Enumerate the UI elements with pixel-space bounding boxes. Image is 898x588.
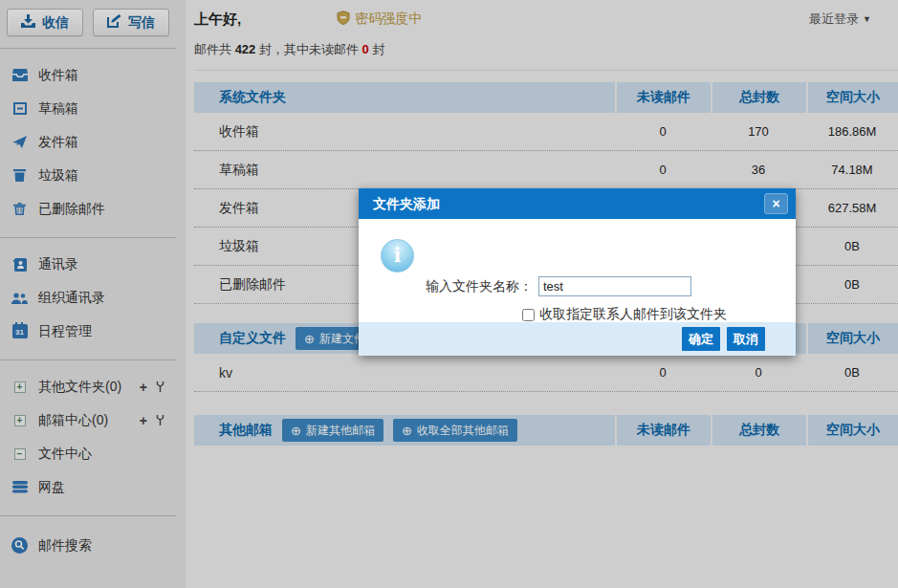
- webmail-app: 收信 写信 收件箱 草稿箱: [0, 0, 898, 588]
- add-folder-dialog: 文件夹添加 × i 输入文件夹名称： 收取指定联系人邮件到该文件夹 确定 取消: [359, 188, 796, 356]
- fetch-contacts-label: 收取指定联系人邮件到该文件夹: [539, 306, 727, 323]
- fetch-contacts-check-row: 收取指定联系人邮件到该文件夹: [522, 306, 727, 323]
- dialog-footer: 确定 取消: [359, 322, 796, 356]
- ok-button[interactable]: 确定: [682, 327, 720, 351]
- folder-name-input[interactable]: [538, 276, 691, 296]
- info-icon: i: [381, 239, 414, 272]
- folder-name-field-row: 输入文件夹名称：: [426, 276, 691, 296]
- dialog-titlebar: 文件夹添加 ×: [359, 188, 796, 219]
- cancel-button[interactable]: 取消: [727, 327, 765, 351]
- fetch-contacts-checkbox[interactable]: [522, 309, 535, 321]
- dialog-title: 文件夹添加: [373, 196, 440, 211]
- dialog-body: i 输入文件夹名称： 收取指定联系人邮件到该文件夹: [359, 219, 796, 322]
- close-icon[interactable]: ×: [764, 193, 788, 214]
- folder-name-label: 输入文件夹名称：: [426, 278, 533, 295]
